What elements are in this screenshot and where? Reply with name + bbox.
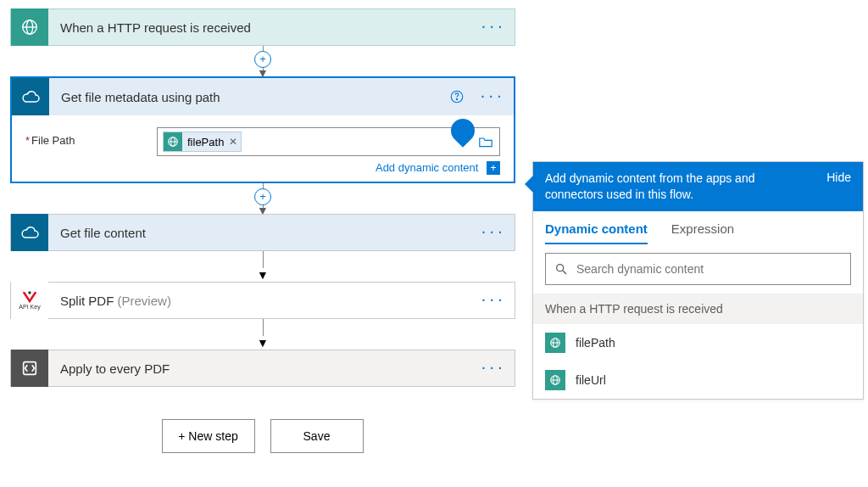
add-dynamic-content-link[interactable]: Add dynamic content (376, 161, 478, 174)
step-get-file-content[interactable]: Get file content · · · (10, 214, 515, 251)
search-dynamic-content[interactable] (545, 253, 851, 285)
add-step-button[interactable]: + (254, 51, 271, 68)
step-menu-button[interactable]: · · · (470, 90, 514, 104)
step-title: When a HTTP request is received (48, 20, 470, 35)
plus-icon[interactable]: + (487, 161, 500, 175)
tab-expression[interactable]: Expression (671, 221, 734, 244)
svg-point-10 (557, 264, 564, 271)
arrow-down-icon: ▼ (257, 336, 269, 350)
arrow-down-icon: ▼ (257, 70, 269, 76)
dynamic-item-label: fileUrl (576, 373, 606, 387)
connector: + ▼ (10, 183, 515, 214)
api-key-icon: API Key (11, 282, 48, 319)
dynamic-item-filepath[interactable]: filePath (533, 324, 863, 361)
connector: ▼ (10, 319, 515, 350)
svg-point-4 (456, 98, 457, 99)
globe-icon (11, 8, 48, 46)
help-icon[interactable] (444, 89, 470, 104)
panel-headline: Add dynamic content from the apps and co… (545, 171, 799, 203)
globe-icon (545, 333, 565, 353)
dynamic-token-filepath[interactable]: filePath ✕ (163, 132, 242, 152)
step-menu-button[interactable]: · · · (470, 20, 515, 34)
connector: + ▼ (10, 46, 515, 76)
new-step-button[interactable]: + New step (162, 419, 255, 453)
step-menu-button[interactable]: · · · (470, 361, 515, 375)
svg-point-8 (28, 291, 31, 294)
step-title: Apply to every PDF (48, 361, 470, 376)
dynamic-item-label: filePath (576, 336, 615, 350)
search-input[interactable] (576, 262, 842, 276)
dynamic-group-header: When a HTTP request is received (533, 294, 863, 324)
step-menu-button[interactable]: · · · (470, 226, 515, 239)
search-icon (554, 262, 568, 276)
step-split-pdf[interactable]: API Key Split PDF (Preview) · · · (10, 282, 515, 319)
globe-icon (164, 132, 182, 151)
token-label: filePath (187, 136, 224, 148)
folder-picker-button[interactable] (476, 132, 495, 151)
dynamic-content-panel: Add dynamic content from the apps and co… (532, 161, 864, 400)
step-title: Get file content (48, 226, 470, 240)
globe-icon (545, 370, 565, 390)
hide-panel-button[interactable]: Hide (826, 171, 851, 184)
add-step-button[interactable]: + (254, 188, 271, 205)
callout-pointer-icon (525, 176, 533, 193)
remove-token-button[interactable]: ✕ (229, 136, 237, 148)
step-title: Get file metadata using path (49, 90, 444, 104)
svg-line-11 (563, 271, 566, 274)
save-button[interactable]: Save (270, 419, 364, 453)
step-get-file-metadata[interactable]: Get file metadata using path · · · *File… (10, 76, 515, 183)
arrow-down-icon: ▼ (257, 208, 269, 214)
arrow-down-icon: ▼ (257, 268, 269, 282)
step-http-trigger[interactable]: When a HTTP request is received · · · (10, 8, 515, 46)
step-apply-to-each[interactable]: Apply to every PDF · · · (10, 350, 515, 387)
dynamic-item-fileurl[interactable]: fileUrl (533, 361, 863, 399)
cloud-icon (11, 214, 48, 251)
field-label: *File Path (25, 127, 157, 147)
step-title: Split PDF (Preview) (48, 294, 470, 308)
loop-icon (11, 350, 48, 387)
tab-dynamic-content[interactable]: Dynamic content (545, 221, 648, 244)
cloud-icon (12, 78, 49, 115)
connector: ▼ (10, 251, 515, 282)
file-path-input[interactable]: filePath ✕ (157, 127, 500, 156)
step-menu-button[interactable]: · · · (470, 294, 515, 307)
